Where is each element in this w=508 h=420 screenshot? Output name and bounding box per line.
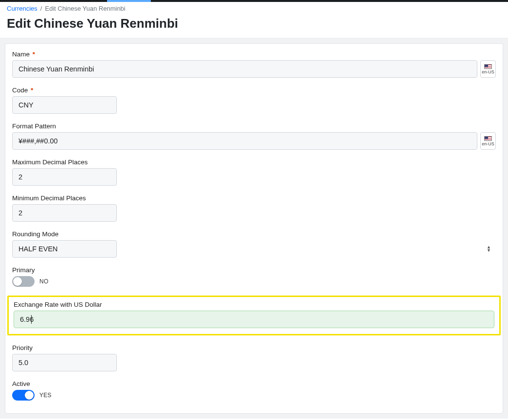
field-format-pattern: Format Pattern en-US xyxy=(12,122,496,150)
breadcrumb-current: Edit Chinese Yuan Renminbi xyxy=(45,5,125,12)
rounding-mode-select[interactable] xyxy=(12,240,117,258)
page-title: Edit Chinese Yuan Renminbi xyxy=(0,14,508,38)
label-exchange-rate: Exchange Rate with US Dollar xyxy=(14,301,494,308)
us-flag-icon xyxy=(484,64,492,69)
label-min-decimal: Minimum Decimal Places xyxy=(12,194,496,202)
content-area: Name * en-US Code * Format Pattern xyxy=(0,38,508,419)
name-input[interactable] xyxy=(12,60,477,78)
us-flag-icon xyxy=(484,136,492,141)
locale-code: en-US xyxy=(482,70,494,74)
priority-input[interactable] xyxy=(12,354,117,371)
field-primary: Primary NO xyxy=(12,266,496,287)
active-toggle-text: YES xyxy=(39,392,52,399)
required-marker: * xyxy=(31,87,33,94)
field-exchange-rate: Exchange Rate with US Dollar xyxy=(7,296,501,335)
active-toggle[interactable] xyxy=(12,390,35,401)
field-active: Active YES xyxy=(12,380,496,401)
breadcrumb-separator: / xyxy=(40,5,42,12)
primary-toggle[interactable] xyxy=(12,276,35,287)
field-min-decimal: Minimum Decimal Places xyxy=(12,194,496,222)
locale-badge[interactable]: en-US xyxy=(480,132,496,150)
text-caret xyxy=(31,315,32,324)
primary-toggle-text: NO xyxy=(39,278,49,285)
select-arrows-icon: ▲▼ xyxy=(487,245,491,252)
field-priority: Priority xyxy=(12,344,496,371)
label-max-decimal: Maximum Decimal Places xyxy=(12,158,496,166)
code-input[interactable] xyxy=(12,96,117,114)
field-name: Name * en-US xyxy=(12,51,496,78)
required-marker: * xyxy=(33,51,35,58)
field-rounding-mode: Rounding Mode ▲▼ xyxy=(12,230,496,258)
breadcrumb-root-link[interactable]: Currencies xyxy=(7,5,37,12)
breadcrumb: Currencies / Edit Chinese Yuan Renminbi xyxy=(0,2,508,14)
exchange-rate-input[interactable] xyxy=(14,311,494,328)
label-priority: Priority xyxy=(12,344,496,351)
label-primary: Primary xyxy=(12,266,496,274)
label-rounding-mode: Rounding Mode xyxy=(12,230,496,238)
max-decimal-input[interactable] xyxy=(12,168,117,186)
label-name: Name * xyxy=(12,51,496,58)
label-format-pattern: Format Pattern xyxy=(12,122,496,130)
loading-indicator xyxy=(107,0,151,2)
min-decimal-input[interactable] xyxy=(12,204,117,222)
label-code: Code * xyxy=(12,87,496,94)
field-code: Code * xyxy=(12,87,496,114)
locale-code: en-US xyxy=(482,141,494,146)
top-bar xyxy=(0,0,508,2)
format-pattern-input[interactable] xyxy=(12,132,477,150)
locale-badge[interactable]: en-US xyxy=(480,60,496,78)
field-max-decimal: Maximum Decimal Places xyxy=(12,158,496,186)
label-active: Active xyxy=(12,380,496,387)
form-card: Name * en-US Code * Format Pattern xyxy=(5,43,503,414)
